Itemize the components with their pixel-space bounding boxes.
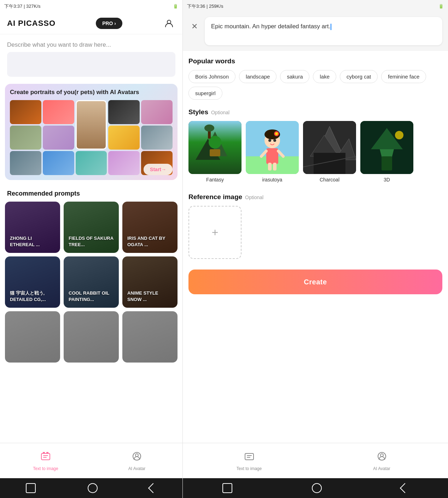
prompt-card-text: ANIME STYLE SNOW ... <box>127 290 173 303</box>
status-text-left: 下午3:37 | 327K/s <box>4 3 40 10</box>
signal-icons-left: 🔋 <box>173 4 178 9</box>
style-thumb-irasutoya <box>246 121 299 174</box>
prompt-card[interactable] <box>5 311 60 363</box>
chip-supergirl[interactable]: supergirl <box>188 87 222 100</box>
user-profile-button[interactable] <box>163 17 175 30</box>
text-to-image-icon <box>40 451 51 464</box>
right-panel: 下午3:36 | 259K/s 🔋 ✕ Epic mountain. An hy… <box>183 0 448 498</box>
svg-point-7 <box>135 454 138 457</box>
text-to-image-label-right: Text to image <box>237 466 262 471</box>
irasutoya-thumbnail <box>246 121 299 174</box>
prompt-card-text: ZHONG LI ETHEREAL ... <box>10 235 55 248</box>
nav-text-to-image-right[interactable]: Text to image <box>183 443 315 478</box>
square-button-left[interactable] <box>26 483 36 493</box>
styles-title: Styles <box>188 108 208 116</box>
ai-avatar-label: AI Avatar <box>128 466 145 471</box>
prompt-card[interactable]: COOL RABBIT OIL PAINTING... <box>64 256 119 308</box>
svg-rect-1 <box>41 453 50 460</box>
svg-rect-39 <box>245 453 254 460</box>
circle-button-left[interactable] <box>88 483 98 493</box>
system-bar-left <box>0 478 182 498</box>
avatar-cell <box>43 151 74 175</box>
svg-rect-11 <box>210 149 220 156</box>
ref-image-add-button[interactable]: + <box>188 206 242 259</box>
status-bar-right: 下午3:36 | 259K/s 🔋 <box>183 0 448 13</box>
chip-boris-johnson[interactable]: Boris Johnson <box>188 70 235 83</box>
charcoal-thumbnail <box>303 121 356 174</box>
plus-icon: + <box>212 226 219 239</box>
nav-ai-avatar-right[interactable]: AI Avatar <box>315 443 448 478</box>
prompt-card-text: IRIS AND CAT BY OGATA ... <box>127 235 173 248</box>
svg-point-14 <box>204 124 214 132</box>
styles-row: Fantasy <box>183 121 448 190</box>
pro-button[interactable]: PRO › <box>96 18 122 29</box>
prompt-card[interactable] <box>122 311 178 363</box>
chip-sakura[interactable]: sakura <box>280 70 309 83</box>
ai-avatar-icon-right <box>376 451 388 464</box>
avatars-banner: Create portraits of you(r pets) with AI … <box>5 84 178 180</box>
fantasy-thumbnail <box>188 121 242 174</box>
style-card-3d[interactable]: 3D <box>360 121 413 183</box>
chip-feminine-face[interactable]: feminine face <box>381 70 426 83</box>
prompt-card-text: COOL RABBIT OIL PAINTING... <box>69 290 114 303</box>
describe-input[interactable] <box>7 52 175 77</box>
start-button[interactable]: Start→ <box>144 164 173 175</box>
style-card-charcoal[interactable]: Charcoal <box>303 121 356 183</box>
avatar-cell <box>10 100 41 124</box>
ref-image-title: Reference image <box>188 193 242 201</box>
style-card-fantasy[interactable]: Fantasy <box>188 121 242 183</box>
avatar-cell <box>141 126 173 150</box>
ai-avatar-label-right: AI Avatar <box>373 466 390 471</box>
text-cursor <box>331 24 331 30</box>
svg-rect-37 <box>382 156 392 170</box>
close-button[interactable]: ✕ <box>188 21 200 33</box>
style-card-irasutoya[interactable]: irasutoya <box>246 121 299 183</box>
left-panel: 下午3:37 | 327K/s 🔋 AI PICASSO PRO › Descr… <box>0 0 183 498</box>
svg-rect-23 <box>266 148 278 164</box>
chip-landscape[interactable]: landscape <box>239 70 277 83</box>
svg-point-21 <box>268 139 271 142</box>
style-label-irasutoya: irasutoya <box>262 177 283 183</box>
avatar-cell <box>43 100 74 124</box>
prompt-card-text: 猫 宇宙人と戦う, DETAILED CG,... <box>10 290 55 303</box>
square-button-right[interactable] <box>222 483 232 493</box>
style-label-3d: 3D <box>384 177 390 183</box>
create-button[interactable]: Create <box>188 270 442 294</box>
avatar-cell <box>108 100 140 124</box>
prompt-card[interactable]: IRIS AND CAT BY OGATA ... <box>122 202 178 253</box>
right-content: Popular words Boris Johnson landscape sa… <box>183 51 448 443</box>
nav-text-to-image[interactable]: Text to image <box>0 443 91 478</box>
svg-point-43 <box>380 454 383 457</box>
prompt-card[interactable] <box>64 311 119 363</box>
nav-ai-avatar[interactable]: AI Avatar <box>91 443 182 478</box>
svg-rect-27 <box>273 163 277 170</box>
svg-rect-2 <box>43 452 45 453</box>
status-text-right: 下午3:36 | 259K/s <box>187 3 223 10</box>
style-label-charcoal: Charcoal <box>320 177 339 183</box>
chip-cyborg-cat[interactable]: cyborg cat <box>340 70 378 83</box>
prompts-grid: ZHONG LI ETHEREAL ... FIELDS OF SAKURA T… <box>0 202 182 363</box>
avatar-cell <box>108 151 140 175</box>
prompt-card[interactable]: FIELDS OF SAKURA TREE... <box>64 202 119 253</box>
prompt-card[interactable]: ZHONG LI ETHEREAL ... <box>5 202 60 253</box>
search-bar-area: ✕ Epic mountain. An hyper detailed fanta… <box>183 13 448 51</box>
back-button-right[interactable] <box>400 483 409 493</box>
prompt-card[interactable]: 猫 宇宙人と戦う, DETAILED CG,... <box>5 256 60 308</box>
style-label-fantasy: Fantasy <box>206 177 224 183</box>
search-input-box[interactable]: Epic mountain. An hyper detailed fantasy… <box>205 17 442 45</box>
describe-label: Describe what you want to draw here... <box>0 34 182 52</box>
style-thumb-fantasy <box>188 121 242 174</box>
svg-point-38 <box>395 131 403 139</box>
chip-lake[interactable]: lake <box>313 70 336 83</box>
avatar-cell <box>10 151 41 175</box>
avatar-cell <box>43 126 74 150</box>
search-text-content: Epic mountain. An hyper detailed fantasy… <box>211 23 330 30</box>
style-thumb-3d <box>360 121 413 174</box>
back-button-left[interactable] <box>148 483 158 493</box>
bottom-nav-left: Text to image AI Avatar <box>0 443 182 478</box>
status-bar-left: 下午3:37 | 327K/s 🔋 <box>0 0 182 13</box>
ai-avatar-icon <box>131 451 142 464</box>
circle-button-right[interactable] <box>312 483 322 493</box>
text-to-image-label: Text to image <box>33 466 58 471</box>
prompt-card[interactable]: ANIME STYLE SNOW ... <box>122 256 178 308</box>
